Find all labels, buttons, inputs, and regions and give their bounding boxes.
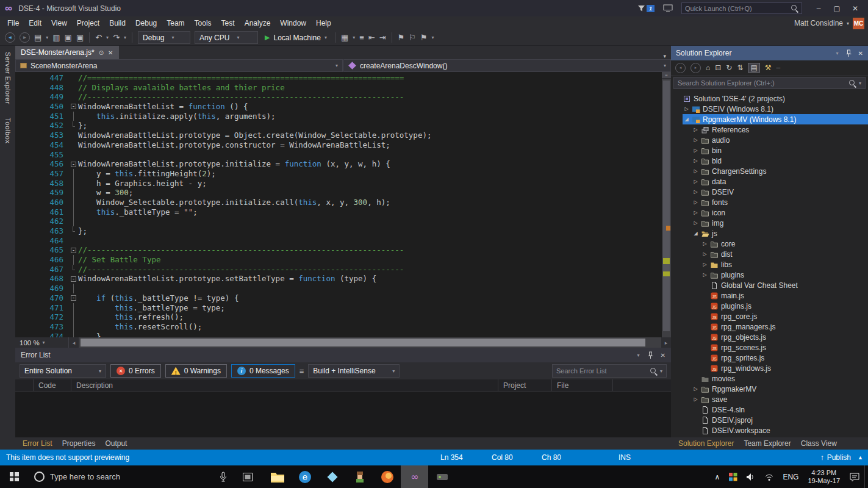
scroll-right-icon[interactable]: ▸ xyxy=(661,340,671,346)
code-line-473[interactable]: 473 this.resetScroll(); xyxy=(15,322,662,332)
show-all-files-icon[interactable]: ▤ xyxy=(748,63,759,73)
expand-icon[interactable]: ▷ xyxy=(692,386,700,392)
column-header-code[interactable]: Code xyxy=(34,379,71,391)
column-header-icon[interactable] xyxy=(15,379,34,391)
tree-item-save[interactable]: ▷save xyxy=(692,394,868,404)
visual-studio-icon[interactable]: ∞ xyxy=(401,465,428,488)
network-icon[interactable] xyxy=(760,465,778,488)
code-line-458[interactable]: 458 h = Graphics.height - y; xyxy=(15,179,662,188)
code-line-466[interactable]: 466// Set Battle Type xyxy=(15,255,662,265)
new-file-caret-icon[interactable]: ▾ xyxy=(46,35,48,40)
expand-icon[interactable]: ▷ xyxy=(692,148,700,153)
menu-project[interactable]: Project xyxy=(72,17,104,29)
menu-file[interactable]: File xyxy=(2,17,24,29)
game-app-icon[interactable] xyxy=(428,465,456,488)
window-position-icon[interactable]: ▾ xyxy=(836,51,839,56)
code-line-472[interactable]: 472 this.refresh(); xyxy=(15,312,662,322)
menu-debug[interactable]: Debug xyxy=(131,17,162,29)
editor-horizontal-scrollbar[interactable] xyxy=(79,337,661,348)
close-panel-icon[interactable]: ✕ xyxy=(858,50,863,57)
fold-toggle-icon[interactable]: - xyxy=(69,274,78,284)
minimize-button[interactable]: – xyxy=(809,1,828,16)
code-line-447[interactable]: 447//===================================… xyxy=(15,73,662,83)
edge-icon[interactable]: e xyxy=(291,465,318,488)
pin-tab-icon[interactable]: ⊙ xyxy=(99,49,104,56)
sort-icon[interactable]: ⇅ xyxy=(737,63,743,72)
column-header-description[interactable]: Description xyxy=(71,379,498,391)
toolbar-overflow-icon[interactable]: ▾ xyxy=(432,35,434,40)
taskbar-search[interactable]: Type here to search xyxy=(28,465,211,488)
zoom-selector[interactable]: 100 % ▾ xyxy=(15,337,69,348)
build-profile-icon[interactable]: ▦ xyxy=(341,33,348,42)
show-desktop-button[interactable] xyxy=(864,465,868,488)
save-all-icon[interactable]: ▣ xyxy=(76,33,84,42)
menu-edit[interactable]: Edit xyxy=(24,17,46,29)
editor-tab[interactable]: DSE-MonsterArena.js* ⊙ ✕ xyxy=(15,46,119,59)
warnings-filter-button[interactable]: ! 0 Warnings xyxy=(165,364,227,378)
expand-icon[interactable]: ▷ xyxy=(701,251,709,257)
menu-analyze[interactable]: Analyze xyxy=(240,17,276,29)
error-search-field[interactable] xyxy=(556,367,647,375)
menu-build[interactable]: Build xyxy=(104,17,131,29)
task-view-icon[interactable] xyxy=(235,465,260,488)
code-line-449[interactable]: 449//-----------------------------------… xyxy=(15,92,662,102)
tree-item-bin[interactable]: ▷bin xyxy=(692,145,868,156)
horizontal-scroll-thumb[interactable] xyxy=(81,339,645,346)
tree-item-dse-4.sln[interactable]: DSE-4.sln xyxy=(692,404,868,415)
panel-tab-team-explorer[interactable]: Team Explorer xyxy=(739,438,795,449)
close-panel-icon[interactable]: ✕ xyxy=(661,352,665,359)
code-line-471[interactable]: 471 this._battleType = type; xyxy=(15,303,662,313)
collapse-icon[interactable]: ◢ xyxy=(683,117,690,122)
tree-item-plugins[interactable]: ▷plugins xyxy=(701,270,868,280)
splitter-grip-icon[interactable]: ≡ xyxy=(662,72,671,79)
expand-icon[interactable]: ▷ xyxy=(692,158,700,163)
tree-item-rpg-sprites.js[interactable]: JSrpg_sprites.js xyxy=(701,353,868,363)
previous-bookmark-icon[interactable]: ⚐ xyxy=(409,33,416,42)
indent-increase-icon[interactable]: ⇥ xyxy=(379,33,386,42)
avatar[interactable]: MC xyxy=(853,18,864,29)
tree-item-rpg-windows.js[interactable]: JSrpg_windows.js xyxy=(701,363,868,373)
quick-launch-input[interactable] xyxy=(681,2,802,14)
menu-window[interactable]: Window xyxy=(275,17,311,29)
code-line-465[interactable]: 465-//----------------------------------… xyxy=(15,245,662,255)
scroll-left-icon[interactable]: ◂ xyxy=(69,340,79,346)
search-options-caret-icon[interactable]: ▾ xyxy=(859,81,861,86)
side-tab-toolbox[interactable]: Toolbox xyxy=(4,118,12,143)
language-indicator[interactable]: ENG xyxy=(778,465,803,488)
source-dropdown[interactable]: Build + IntelliSense▾ xyxy=(308,364,400,378)
code-line-454[interactable]: 454WindowArenaBattleList.prototype.const… xyxy=(15,140,662,150)
fold-toggle-icon[interactable]: - xyxy=(69,159,78,169)
new-file-icon[interactable]: ▤ xyxy=(34,33,41,42)
expand-icon[interactable]: ▷ xyxy=(701,272,709,278)
code-line-463[interactable]: 463}; xyxy=(15,226,662,236)
start-button[interactable] xyxy=(0,465,28,488)
navigate-forward-icon[interactable]: ► xyxy=(20,32,30,43)
expand-icon[interactable]: ▷ xyxy=(692,127,700,132)
close-button[interactable]: ✕ xyxy=(846,1,864,16)
start-debugging-button[interactable]: ▶ Local Machine ▾ xyxy=(262,34,329,42)
tree-item-dseiv.workspace[interactable]: DSEIV.workspace xyxy=(692,425,868,436)
error-list-search[interactable]: ▾ xyxy=(552,364,667,378)
file-explorer-icon[interactable] xyxy=(264,465,291,488)
code-line-453[interactable]: 453WindowArenaBattleList.prototype = Obj… xyxy=(15,131,662,140)
code-line-460[interactable]: 460 Window_Selectable.prototype.initiali… xyxy=(15,198,662,207)
save-icon[interactable]: ▣ xyxy=(65,33,72,42)
mic-icon[interactable] xyxy=(211,465,235,488)
error-list-body[interactable] xyxy=(15,392,671,437)
fold-toggle-icon[interactable]: - xyxy=(69,293,78,303)
panel-tab-class-view[interactable]: Class View xyxy=(796,438,842,449)
menu-tools[interactable]: Tools xyxy=(190,17,217,29)
home-icon[interactable]: ⌂ xyxy=(706,63,710,72)
tree-item-js[interactable]: ◢js xyxy=(692,228,868,239)
expand-icon[interactable]: ▷ xyxy=(692,220,700,226)
tree-item-bld[interactable]: ▷bld xyxy=(692,156,868,166)
expand-icon[interactable]: ▷ xyxy=(692,189,700,195)
code-line-455[interactable]: 455 xyxy=(15,150,662,160)
notifications-icon[interactable]: 1 xyxy=(637,4,655,12)
expand-icon[interactable]: ▷ xyxy=(701,262,709,267)
window-position-icon[interactable]: ▾ xyxy=(637,353,640,358)
code-line-452[interactable]: 452}; xyxy=(15,121,662,131)
rpgmaker-icon[interactable] xyxy=(346,465,373,488)
panel-tab-solution-explorer[interactable]: Solution Explorer xyxy=(673,438,739,449)
menu-test[interactable]: Test xyxy=(217,17,240,29)
